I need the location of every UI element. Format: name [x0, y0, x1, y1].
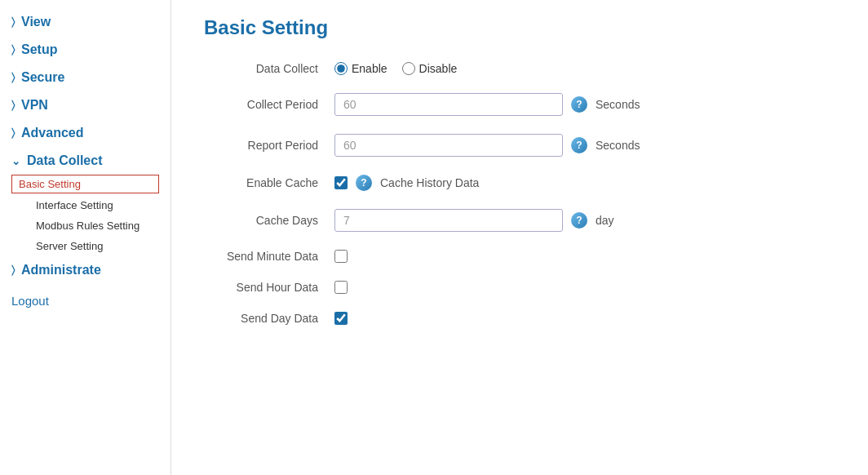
- enable-cache-label: Enable Cache: [204, 176, 334, 189]
- collect-period-help-icon[interactable]: ?: [571, 96, 587, 113]
- sidebar-data-collect-submenu: Basic Setting Interface Setting Modbus R…: [0, 175, 170, 256]
- collect-period-unit: Seconds: [596, 98, 640, 111]
- cache-history-label: Cache History Data: [380, 176, 479, 189]
- cache-days-control: ? day: [334, 209, 614, 232]
- sidebar-item-view[interactable]: 〉 View: [0, 8, 170, 36]
- data-collect-disable-option[interactable]: Disable: [402, 62, 458, 75]
- report-period-label: Report Period: [204, 139, 334, 152]
- disable-label: Disable: [419, 62, 458, 75]
- data-collect-disable-radio[interactable]: [402, 62, 415, 75]
- sidebar-item-label: VPN: [21, 98, 48, 113]
- data-collect-enable-radio[interactable]: [334, 62, 348, 75]
- sidebar: 〉 View 〉 Setup 〉 Secure 〉 VPN 〉 Advanced…: [0, 0, 171, 475]
- collect-period-label: Collect Period: [204, 98, 334, 111]
- cache-days-row: Cache Days ? day: [204, 209, 835, 232]
- sidebar-item-label: Administrate: [21, 263, 101, 277]
- main-content: Basic Setting Data Collect Enable Disabl…: [171, 0, 868, 475]
- sidebar-item-label: View: [21, 15, 51, 29]
- send-hour-data-label: Send Hour Data: [204, 281, 334, 294]
- send-day-data-checkbox[interactable]: [334, 312, 348, 325]
- sidebar-sub-item-interface-setting[interactable]: Interface Setting: [11, 195, 170, 215]
- report-period-row: Report Period ? Seconds: [204, 134, 835, 157]
- page-title: Basic Setting: [204, 16, 835, 39]
- sidebar-item-administrate[interactable]: 〉 Administrate: [0, 256, 170, 284]
- sidebar-sub-item-modbus-rules-setting[interactable]: Modbus Rules Setting: [11, 215, 170, 236]
- sidebar-item-advanced[interactable]: 〉 Advanced: [0, 119, 170, 147]
- sidebar-sub-item-basic-setting[interactable]: Basic Setting: [11, 175, 159, 193]
- send-minute-data-control: [334, 250, 348, 263]
- data-collect-control: Enable Disable: [334, 62, 457, 75]
- sidebar-item-label: Data Collect: [27, 153, 102, 168]
- chevron-right-icon: 〉: [11, 99, 15, 112]
- cache-days-help-icon[interactable]: ?: [571, 212, 587, 229]
- sidebar-item-data-collect[interactable]: ⌄ Data Collect: [0, 147, 170, 175]
- collect-period-input[interactable]: [334, 93, 563, 116]
- cache-days-input[interactable]: [334, 209, 563, 232]
- logout-link[interactable]: Logout: [0, 284, 170, 317]
- enable-cache-control: ? Cache History Data: [334, 175, 479, 191]
- send-minute-data-label: Send Minute Data: [204, 250, 334, 263]
- collect-period-row: Collect Period ? Seconds: [204, 93, 835, 116]
- data-collect-enable-option[interactable]: Enable: [334, 62, 388, 75]
- send-hour-data-control: [334, 281, 348, 294]
- sidebar-item-label: Advanced: [21, 126, 83, 140]
- send-day-data-label: Send Day Data: [204, 312, 334, 325]
- enable-cache-help-icon[interactable]: ?: [356, 175, 372, 191]
- chevron-right-icon: 〉: [11, 264, 15, 277]
- enable-cache-row: Enable Cache ? Cache History Data: [204, 175, 835, 191]
- sidebar-item-label: Secure: [21, 70, 64, 85]
- send-day-data-row: Send Day Data: [204, 312, 835, 325]
- cache-days-label: Cache Days: [204, 214, 334, 227]
- sidebar-item-secure[interactable]: 〉 Secure: [0, 64, 170, 91]
- sidebar-item-setup[interactable]: 〉 Setup: [0, 36, 170, 64]
- chevron-right-icon: 〉: [11, 43, 15, 56]
- sidebar-item-label: Setup: [21, 42, 57, 57]
- report-period-input[interactable]: [334, 134, 563, 157]
- sidebar-item-vpn[interactable]: 〉 VPN: [0, 91, 170, 119]
- send-minute-data-row: Send Minute Data: [204, 250, 835, 263]
- send-hour-data-row: Send Hour Data: [204, 281, 835, 294]
- collect-period-control: ? Seconds: [334, 93, 640, 116]
- send-minute-data-checkbox[interactable]: [334, 250, 348, 263]
- enable-label: Enable: [352, 62, 388, 75]
- report-period-help-icon[interactable]: ?: [571, 137, 587, 153]
- send-day-data-control: [334, 312, 348, 325]
- chevron-down-icon: ⌄: [11, 155, 20, 167]
- data-collect-row: Data Collect Enable Disable: [204, 62, 835, 75]
- chevron-right-icon: 〉: [11, 16, 15, 29]
- sidebar-sub-item-server-setting[interactable]: Server Setting: [11, 236, 170, 256]
- report-period-unit: Seconds: [596, 139, 640, 152]
- chevron-right-icon: 〉: [11, 127, 15, 140]
- data-collect-label: Data Collect: [204, 62, 334, 75]
- cache-days-unit: day: [596, 214, 614, 227]
- report-period-control: ? Seconds: [334, 134, 640, 157]
- chevron-right-icon: 〉: [11, 71, 15, 84]
- send-hour-data-checkbox[interactable]: [334, 281, 348, 294]
- enable-cache-checkbox[interactable]: [334, 176, 348, 189]
